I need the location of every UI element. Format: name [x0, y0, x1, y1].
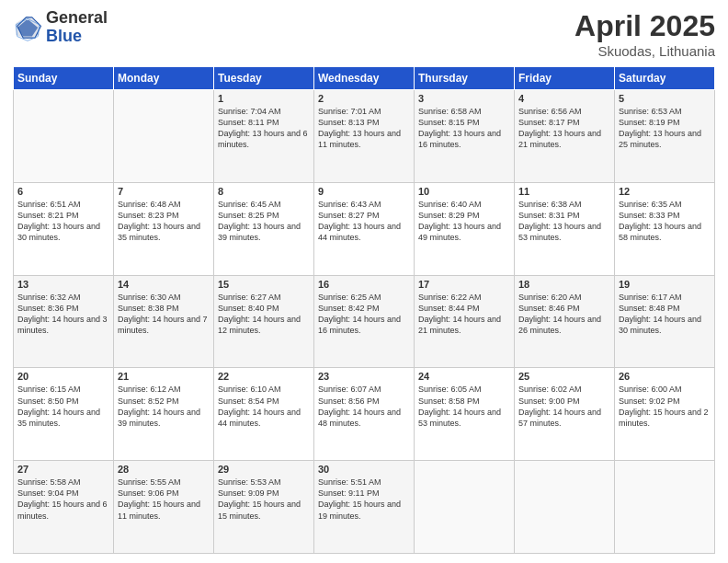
day-number: 6	[17, 186, 109, 197]
col-header-monday: Monday	[114, 67, 214, 90]
day-number: 26	[619, 371, 711, 382]
day-number: 23	[318, 371, 410, 382]
day-number: 15	[218, 279, 310, 290]
calendar-cell: 26Sunrise: 6:00 AM Sunset: 9:02 PM Dayli…	[615, 368, 715, 461]
day-info: Sunrise: 7:01 AM Sunset: 8:13 PM Dayligh…	[318, 106, 410, 151]
calendar-cell: 5Sunrise: 6:53 AM Sunset: 8:19 PM Daylig…	[615, 90, 715, 183]
calendar-cell: 3Sunrise: 6:58 AM Sunset: 8:15 PM Daylig…	[415, 90, 515, 183]
day-number: 4	[518, 93, 610, 104]
logo-general-text: General	[46, 9, 108, 28]
calendar-cell: 1Sunrise: 7:04 AM Sunset: 8:11 PM Daylig…	[214, 90, 314, 183]
calendar-cell: 25Sunrise: 6:02 AM Sunset: 9:00 PM Dayli…	[515, 368, 615, 461]
day-info: Sunrise: 5:58 AM Sunset: 9:04 PM Dayligh…	[17, 477, 109, 522]
calendar-cell: 14Sunrise: 6:30 AM Sunset: 8:38 PM Dayli…	[114, 275, 214, 368]
calendar-cell: 15Sunrise: 6:27 AM Sunset: 8:40 PM Dayli…	[214, 275, 314, 368]
subtitle: Skuodas, Lithuania	[574, 43, 715, 59]
day-info: Sunrise: 6:12 AM Sunset: 8:52 PM Dayligh…	[118, 384, 210, 429]
day-info: Sunrise: 6:07 AM Sunset: 8:56 PM Dayligh…	[318, 384, 410, 429]
day-number: 9	[318, 186, 410, 197]
calendar-cell: 21Sunrise: 6:12 AM Sunset: 8:52 PM Dayli…	[114, 368, 214, 461]
calendar-cell: 18Sunrise: 6:20 AM Sunset: 8:46 PM Dayli…	[515, 275, 615, 368]
calendar-cell: 6Sunrise: 6:51 AM Sunset: 8:21 PM Daylig…	[14, 182, 114, 275]
day-info: Sunrise: 6:25 AM Sunset: 8:42 PM Dayligh…	[318, 292, 410, 337]
day-info: Sunrise: 6:10 AM Sunset: 8:54 PM Dayligh…	[218, 384, 310, 429]
calendar-cell: 8Sunrise: 6:45 AM Sunset: 8:25 PM Daylig…	[214, 182, 314, 275]
calendar-week-row: 13Sunrise: 6:32 AM Sunset: 8:36 PM Dayli…	[14, 275, 715, 368]
calendar-cell: 22Sunrise: 6:10 AM Sunset: 8:54 PM Dayli…	[214, 368, 314, 461]
day-info: Sunrise: 6:02 AM Sunset: 9:00 PM Dayligh…	[518, 384, 610, 429]
day-info: Sunrise: 5:51 AM Sunset: 9:11 PM Dayligh…	[318, 477, 410, 522]
day-number: 16	[318, 279, 410, 290]
day-info: Sunrise: 6:15 AM Sunset: 8:50 PM Dayligh…	[17, 384, 109, 429]
day-info: Sunrise: 6:53 AM Sunset: 8:19 PM Dayligh…	[619, 106, 711, 151]
day-number: 11	[518, 186, 610, 197]
day-info: Sunrise: 6:58 AM Sunset: 8:15 PM Dayligh…	[418, 106, 510, 151]
calendar-cell: 20Sunrise: 6:15 AM Sunset: 8:50 PM Dayli…	[14, 368, 114, 461]
day-number: 1	[218, 93, 310, 104]
day-number: 2	[318, 93, 410, 104]
day-info: Sunrise: 6:17 AM Sunset: 8:48 PM Dayligh…	[619, 292, 711, 337]
calendar-week-row: 6Sunrise: 6:51 AM Sunset: 8:21 PM Daylig…	[14, 182, 715, 275]
calendar-cell: 2Sunrise: 7:01 AM Sunset: 8:13 PM Daylig…	[314, 90, 415, 183]
calendar-cell: 13Sunrise: 6:32 AM Sunset: 8:36 PM Dayli…	[14, 275, 114, 368]
day-number: 18	[518, 279, 610, 290]
day-info: Sunrise: 6:35 AM Sunset: 8:33 PM Dayligh…	[619, 199, 711, 244]
calendar-cell: 28Sunrise: 5:55 AM Sunset: 9:06 PM Dayli…	[114, 461, 214, 554]
calendar-table: SundayMondayTuesdayWednesdayThursdayFrid…	[13, 66, 715, 554]
day-info: Sunrise: 6:30 AM Sunset: 8:38 PM Dayligh…	[118, 292, 210, 337]
day-info: Sunrise: 6:00 AM Sunset: 9:02 PM Dayligh…	[619, 384, 711, 429]
calendar-cell: 11Sunrise: 6:38 AM Sunset: 8:31 PM Dayli…	[515, 182, 615, 275]
header: General Blue April 2025 Skuodas, Lithuan…	[13, 9, 715, 59]
day-info: Sunrise: 7:04 AM Sunset: 8:11 PM Dayligh…	[218, 106, 310, 151]
col-header-sunday: Sunday	[14, 67, 114, 90]
day-info: Sunrise: 6:22 AM Sunset: 8:44 PM Dayligh…	[418, 292, 510, 337]
title-block: April 2025 Skuodas, Lithuania	[574, 9, 715, 59]
day-number: 29	[218, 464, 310, 475]
calendar-cell: 30Sunrise: 5:51 AM Sunset: 9:11 PM Dayli…	[314, 461, 415, 554]
day-number: 21	[118, 371, 210, 382]
day-info: Sunrise: 6:32 AM Sunset: 8:36 PM Dayligh…	[17, 292, 109, 337]
day-number: 5	[619, 93, 711, 104]
calendar-cell: 10Sunrise: 6:40 AM Sunset: 8:29 PM Dayli…	[415, 182, 515, 275]
day-number: 20	[17, 371, 109, 382]
calendar-cell: 29Sunrise: 5:53 AM Sunset: 9:09 PM Dayli…	[214, 461, 314, 554]
calendar-cell: 17Sunrise: 6:22 AM Sunset: 8:44 PM Dayli…	[415, 275, 515, 368]
calendar-week-row: 1Sunrise: 7:04 AM Sunset: 8:11 PM Daylig…	[14, 90, 715, 183]
day-number: 3	[418, 93, 510, 104]
day-number: 7	[118, 186, 210, 197]
day-number: 25	[518, 371, 610, 382]
col-header-friday: Friday	[515, 67, 615, 90]
calendar-cell: 27Sunrise: 5:58 AM Sunset: 9:04 PM Dayli…	[14, 461, 114, 554]
calendar-cell	[515, 461, 615, 554]
day-number: 17	[418, 279, 510, 290]
day-info: Sunrise: 6:56 AM Sunset: 8:17 PM Dayligh…	[518, 106, 610, 151]
calendar-week-row: 20Sunrise: 6:15 AM Sunset: 8:50 PM Dayli…	[14, 368, 715, 461]
day-info: Sunrise: 6:27 AM Sunset: 8:40 PM Dayligh…	[218, 292, 310, 337]
day-info: Sunrise: 6:05 AM Sunset: 8:58 PM Dayligh…	[418, 384, 510, 429]
calendar-cell: 9Sunrise: 6:43 AM Sunset: 8:27 PM Daylig…	[314, 182, 415, 275]
day-info: Sunrise: 6:40 AM Sunset: 8:29 PM Dayligh…	[418, 199, 510, 244]
calendar-header-row: SundayMondayTuesdayWednesdayThursdayFrid…	[14, 67, 715, 90]
day-number: 22	[218, 371, 310, 382]
calendar-cell: 16Sunrise: 6:25 AM Sunset: 8:42 PM Dayli…	[314, 275, 415, 368]
logo: General Blue	[13, 9, 108, 46]
calendar-cell: 7Sunrise: 6:48 AM Sunset: 8:23 PM Daylig…	[114, 182, 214, 275]
day-number: 28	[118, 464, 210, 475]
day-number: 10	[418, 186, 510, 197]
day-info: Sunrise: 6:48 AM Sunset: 8:23 PM Dayligh…	[118, 199, 210, 244]
col-header-thursday: Thursday	[415, 67, 515, 90]
day-info: Sunrise: 6:45 AM Sunset: 8:25 PM Dayligh…	[218, 199, 310, 244]
logo-icon	[13, 13, 42, 42]
day-info: Sunrise: 5:53 AM Sunset: 9:09 PM Dayligh…	[218, 477, 310, 522]
calendar-cell: 12Sunrise: 6:35 AM Sunset: 8:33 PM Dayli…	[615, 182, 715, 275]
day-number: 14	[118, 279, 210, 290]
day-number: 24	[418, 371, 510, 382]
day-number: 19	[619, 279, 711, 290]
col-header-tuesday: Tuesday	[214, 67, 314, 90]
col-header-wednesday: Wednesday	[314, 67, 415, 90]
calendar-week-row: 27Sunrise: 5:58 AM Sunset: 9:04 PM Dayli…	[14, 461, 715, 554]
calendar-cell: 23Sunrise: 6:07 AM Sunset: 8:56 PM Dayli…	[314, 368, 415, 461]
day-info: Sunrise: 6:38 AM Sunset: 8:31 PM Dayligh…	[518, 199, 610, 244]
day-info: Sunrise: 6:20 AM Sunset: 8:46 PM Dayligh…	[518, 292, 610, 337]
col-header-saturday: Saturday	[615, 67, 715, 90]
